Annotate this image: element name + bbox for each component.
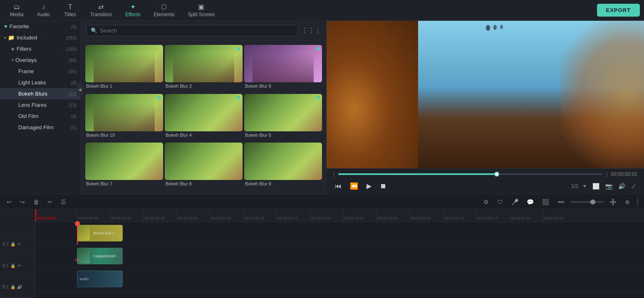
ruler-tick-7: 00:00:01:11 — [277, 209, 310, 222]
folder-icon: 📁 — [8, 34, 15, 41]
grid-toggle-icon[interactable]: ⋮⋮⋮ — [301, 27, 321, 34]
redo-button[interactable]: ↪ — [17, 197, 27, 207]
sidebar-item-filters[interactable]: ▶ Filters (160) — [0, 43, 81, 54]
clip-video[interactable]: CappadociaHotAirBa... — [77, 248, 123, 264]
lock-icon-audio[interactable]: 🔒 — [10, 285, 15, 289]
settings-button[interactable]: ☰ — [58, 197, 69, 207]
collapse-icon: ◀ — [78, 87, 82, 92]
track-num-audio: B·1 — [2, 285, 9, 289]
content-toolbar: 🔍 ⋮⋮⋮ — [81, 21, 326, 41]
export-button[interactable]: EXPORT — [597, 4, 640, 17]
playhead — [77, 222, 78, 244]
effect-card-bokeh1[interactable]: Bokeh Blur 1 — [85, 45, 163, 92]
view-settings-button[interactable]: ⚙ — [481, 197, 491, 207]
content-panel: ◀ 🔍 ⋮⋮⋮ Bokeh Blur 1 Bokeh B — [81, 21, 327, 194]
frame-back-button[interactable]: ⏪ — [348, 180, 360, 192]
track-label-overlay: B·2 🔒 👁 — [0, 234, 35, 255]
playback-controls: ⏮ ⏪ ▶ ⏹ 1/2 ▾ ⬜ 📷 🔊 ⤢ — [333, 180, 637, 192]
effect-label-bokeh8: Bokeh Blur 8 — [165, 180, 243, 187]
sidebar-item-lens-flares[interactable]: Lens Flares (13) — [0, 99, 81, 111]
sidebar-item-old-film[interactable]: Old Film (9) — [0, 111, 81, 122]
play-button[interactable]: ▶ — [365, 180, 373, 192]
delete-button[interactable]: 🗑 — [31, 197, 42, 207]
shield-button[interactable]: 🛡 — [495, 197, 505, 207]
nav-audio-label: Audio — [37, 12, 50, 17]
zoom-out-button[interactable]: ➖ — [555, 197, 567, 207]
ruler-tick-15: 00:00:02:27 — [543, 209, 576, 222]
sidebar-lens-flares-count: (13) — [68, 103, 77, 108]
skip-back-button[interactable]: ⏮ — [333, 181, 343, 192]
zoom-in-button[interactable]: ➕ — [607, 197, 619, 207]
nav-audio[interactable]: ♪ Audio — [31, 2, 56, 19]
nav-effects[interactable]: ✦ Effects — [119, 1, 146, 19]
filters-arrow-icon: ▶ — [12, 47, 15, 51]
top-nav: 🗂 Media ♪ Audio T Titles ⇄ Transition ✦ … — [0, 0, 644, 21]
progress-fill — [338, 173, 497, 175]
effect-card-bokeh2[interactable]: Bokeh Blur 2 — [165, 45, 243, 92]
nav-elements[interactable]: ⬡ Elements — [148, 1, 180, 19]
page-dropdown-icon[interactable]: ▾ — [583, 183, 586, 189]
preview-panel: { } 00:00:00:01 ⏮ ⏪ ▶ ⏹ 1/2 ▾ ⬜ 📷 — [327, 21, 644, 194]
zoom-slider[interactable] — [570, 201, 604, 203]
lock-icon-overlay[interactable]: 🔒 — [10, 242, 15, 246]
search-icon: 🔍 — [91, 27, 97, 34]
ctrl-right-buttons: ⬜ 📷 🔊 ⤢ — [591, 182, 637, 191]
page-indicator: 1/2 — [571, 183, 578, 189]
eye-icon-video[interactable]: 👁 — [17, 264, 21, 268]
nav-splitscreen[interactable]: ▣ Split Screen — [182, 1, 220, 19]
screenshot-button[interactable]: 📷 — [604, 182, 614, 191]
crop-button[interactable]: ⬛ — [540, 197, 552, 207]
sidebar-item-included[interactable]: ▾ 📁 Included (285) — [0, 32, 81, 43]
speaker-icon-audio[interactable]: 🔊 — [17, 285, 22, 289]
nav-transition[interactable]: ⇄ Transition — [84, 1, 118, 19]
add-track-button[interactable]: ⊕ — [622, 197, 632, 207]
effect-card-bokeh10[interactable]: Bokeh Blur 10 — [85, 94, 163, 141]
expand-button[interactable]: ⤢ — [630, 182, 637, 191]
progress-thumb[interactable] — [494, 172, 499, 177]
sidebar-item-bokeh-blurs[interactable]: Bokeh Blurs (10) — [0, 88, 81, 99]
progress-track[interactable] — [338, 173, 603, 175]
timeline-body: B·2 🔒 👁 B·1 🔒 👁 B·1 🔒 🔊 00:00:00:00 — [0, 209, 644, 298]
effect-card-bokeh9[interactable]: Bokeh Blur 9 — [244, 143, 322, 190]
sidebar-item-damaged-film[interactable]: Damaged Film (5) — [0, 122, 81, 133]
undo-button[interactable]: ↩ — [4, 197, 14, 207]
effect-card-bokeh5[interactable]: Bokeh Blur 5 — [244, 94, 322, 141]
ruler-tick-5: 00:00:01:01 — [210, 209, 243, 222]
progress-bar[interactable]: { } 00:00:00:01 — [333, 171, 637, 177]
sidebar-item-favorite[interactable]: ♥ Favorite (0) — [0, 21, 81, 32]
balloons — [486, 25, 503, 31]
subtitle-button[interactable]: 💬 — [524, 197, 536, 207]
lock-icon-video[interactable]: 🔒 — [10, 264, 15, 268]
sidebar-item-overlays[interactable]: ▾ Overlays (90) — [0, 54, 81, 66]
sidebar-item-light-leaks[interactable]: Light Leaks (8) — [0, 77, 81, 88]
preview-bokeh-left — [327, 21, 418, 168]
search-box[interactable]: 🔍 — [86, 25, 298, 36]
sidebar-item-frame[interactable]: Frame (26) — [0, 66, 81, 77]
sidebar-included-count: (285) — [66, 35, 77, 40]
eye-icon-overlay[interactable]: 👁 — [17, 242, 21, 246]
audio-button[interactable]: 🔊 — [617, 182, 627, 191]
search-input[interactable] — [100, 27, 293, 34]
clip-audio[interactable]: audio — [77, 271, 123, 287]
cut-button[interactable]: ✂ — [45, 197, 55, 207]
mic-button[interactable]: 🎤 — [509, 197, 521, 207]
collapse-sidebar-button[interactable]: ◀ — [77, 83, 83, 96]
stop-button[interactable]: ⏹ — [378, 181, 388, 192]
effect-card-bokeh6[interactable]: Bokeh Blur 6 — [244, 45, 322, 92]
clip-bokeh-blur-1[interactable]: Bokeh Blur 1 — [77, 225, 123, 241]
track-labels: B·2 🔒 👁 B·1 🔒 👁 B·1 🔒 🔊 — [0, 209, 35, 298]
fullscreen-preview-button[interactable]: ⬜ — [591, 182, 601, 191]
ruler-tick-0: 00:00:00:00 — [35, 209, 77, 222]
nav-titles[interactable]: T Titles — [58, 2, 83, 19]
effect-card-bokeh7[interactable]: Bokeh Blur 7 — [85, 143, 163, 190]
sidebar-damaged-film-label: Damaged Film — [18, 124, 71, 131]
effect-card-bokeh8[interactable]: Bokeh Blur 8 — [165, 143, 243, 190]
sidebar-favorite-count: (0) — [71, 24, 77, 29]
nav-media[interactable]: 🗂 Media — [4, 2, 30, 19]
effect-label-bokeh6: Bokeh Blur 6 — [244, 82, 322, 90]
balloon-1 — [486, 25, 490, 31]
effect-badge-4 — [237, 96, 240, 99]
sidebar-filters-label: Filters — [17, 46, 66, 52]
effect-label-bokeh5: Bokeh Blur 5 — [244, 131, 322, 139]
effect-card-bokeh4[interactable]: Bokeh Blur 4 — [165, 94, 243, 141]
